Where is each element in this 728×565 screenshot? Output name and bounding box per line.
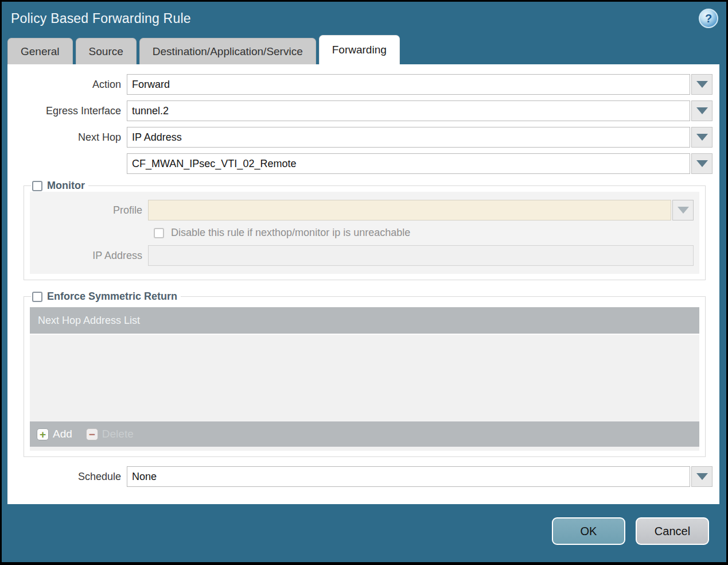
tab-source[interactable]: Source	[76, 38, 137, 64]
next-hop-address-list-header: Next Hop Address List	[30, 307, 699, 334]
next-hop-address-dropdown-button[interactable]	[691, 153, 713, 174]
disable-rule-row: Disable this rule if nexthop/monitor ip …	[36, 227, 694, 239]
egress-interface-label: Egress Interface	[7, 105, 127, 117]
monitor-label: Monitor	[47, 180, 85, 192]
enforce-symmetric-return-fieldset: Enforce Symmetric Return Next Hop Addres…	[24, 291, 706, 457]
tab-destination-application-service[interactable]: Destination/Application/Service	[139, 38, 316, 64]
delete-icon: −	[86, 428, 98, 440]
forwarding-tab-panel: Action Forward Egress Interface tunnel.2…	[7, 64, 719, 504]
schedule-dropdown-button[interactable]	[691, 466, 713, 487]
next-hop-address-list-table: Next Hop Address List + Add − Delete	[30, 307, 699, 451]
add-button-label: Add	[53, 428, 72, 440]
add-icon: +	[37, 428, 49, 440]
chevron-down-icon	[696, 160, 708, 167]
profile-select	[148, 200, 671, 220]
schedule-label: Schedule	[7, 471, 127, 483]
egress-interface-row: Egress Interface tunnel.2	[7, 100, 713, 121]
chevron-down-icon	[696, 107, 708, 114]
table-footer-strip	[30, 447, 699, 451]
next-hop-address-list-body[interactable]	[30, 334, 699, 421]
tab-forwarding[interactable]: Forwarding	[319, 35, 400, 64]
next-hop-address-select[interactable]: CF_MWAN_IPsec_VTI_02_Remote	[127, 153, 690, 174]
enforce-symmetric-return-legend: Enforce Symmetric Return	[31, 291, 181, 303]
next-hop-address-row: CF_MWAN_IPsec_VTI_02_Remote	[7, 153, 713, 174]
monitor-fieldset: Monitor Profile Disable this rule if nex…	[24, 180, 706, 280]
profile-row: Profile	[36, 200, 694, 220]
disable-rule-checkbox	[154, 228, 164, 238]
tab-general[interactable]: General	[7, 38, 73, 64]
delete-button: − Delete	[86, 428, 134, 440]
ok-button[interactable]: OK	[552, 517, 625, 545]
tab-bar: General Source Destination/Application/S…	[2, 35, 726, 64]
chevron-down-icon	[696, 473, 708, 480]
dialog-footer: OK Cancel	[2, 504, 726, 562]
monitor-ip-address-input	[148, 245, 694, 266]
monitor-ip-address-row: IP Address	[36, 245, 694, 266]
cancel-button[interactable]: Cancel	[636, 517, 709, 545]
egress-interface-dropdown-button[interactable]	[691, 100, 713, 121]
action-label: Action	[7, 79, 127, 91]
next-hop-dropdown-button[interactable]	[691, 127, 713, 148]
egress-interface-select[interactable]: tunnel.2	[127, 100, 690, 121]
add-button[interactable]: + Add	[37, 428, 72, 440]
action-dropdown-button[interactable]	[691, 74, 713, 95]
profile-label: Profile	[36, 204, 148, 216]
chevron-down-icon	[678, 207, 689, 214]
dialog-title: Policy Based Forwarding Rule	[11, 11, 191, 26]
chevron-down-icon	[696, 134, 708, 141]
schedule-select[interactable]: None	[127, 466, 690, 487]
schedule-row: Schedule None	[7, 466, 713, 487]
action-select[interactable]: Forward	[127, 74, 690, 95]
profile-dropdown-button	[672, 200, 694, 220]
next-hop-address-list-toolbar: + Add − Delete	[30, 421, 699, 447]
enforce-symmetric-return-label: Enforce Symmetric Return	[47, 291, 177, 303]
disable-rule-label: Disable this rule if nexthop/monitor ip …	[171, 227, 410, 239]
next-hop-type-select[interactable]: IP Address	[127, 127, 690, 148]
titlebar: Policy Based Forwarding Rule ?	[2, 2, 726, 35]
help-icon[interactable]: ?	[699, 9, 718, 28]
monitor-legend: Monitor	[31, 180, 88, 192]
policy-based-forwarding-dialog: Policy Based Forwarding Rule ? General S…	[0, 0, 728, 565]
enforce-symmetric-return-checkbox[interactable]	[32, 292, 42, 302]
monitor-ip-address-label: IP Address	[36, 250, 148, 262]
monitor-checkbox[interactable]	[32, 181, 42, 191]
chevron-down-icon	[696, 81, 708, 88]
next-hop-label: Next Hop	[7, 131, 127, 144]
delete-button-label: Delete	[102, 428, 134, 440]
monitor-body: Profile Disable this rule if nexthop/mon…	[30, 192, 699, 274]
next-hop-row: Next Hop IP Address	[7, 127, 713, 148]
action-row: Action Forward	[7, 74, 713, 95]
